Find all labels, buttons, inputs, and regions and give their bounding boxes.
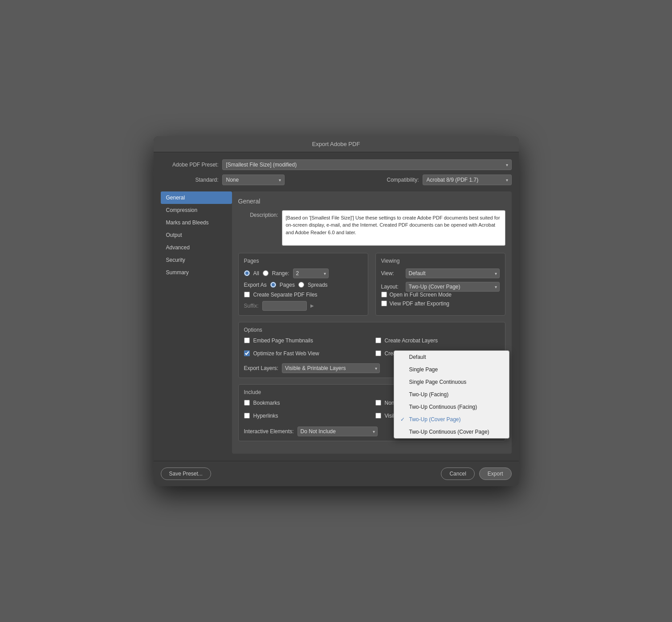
sidebar: General Compression Marks and Bleeds Out…: [161, 191, 232, 454]
sidebar-item-output[interactable]: Output: [161, 229, 232, 241]
all-radio[interactable]: [244, 270, 250, 276]
sidebar-item-advanced[interactable]: Advanced: [161, 241, 232, 254]
sidebar-item-compression[interactable]: Compression: [161, 204, 232, 216]
open-full-screen-row: Open in Full Screen Mode: [381, 292, 500, 298]
range-radio[interactable]: [263, 270, 269, 276]
title-bar: Export Adobe PDF: [154, 136, 519, 152]
view-after-export-checkbox[interactable]: [381, 301, 387, 306]
export-as-label: Export As: [244, 282, 267, 288]
compatibility-group: Compatibility: Acrobat 4 (PDF 1.3) Acrob…: [387, 175, 511, 185]
hyperlinks-checkbox[interactable]: [244, 413, 250, 419]
preset-select-wrapper: [Smallest File Size] (modified): [222, 159, 512, 170]
suffix-input[interactable]: [262, 301, 307, 311]
interactive-elements-label: Interactive Elements:: [244, 428, 294, 435]
standard-group: Standard: None PDF/X-1a:2001 PDF/X-3:200…: [161, 175, 285, 185]
interactive-elements-select[interactable]: Do Not Include Include All: [297, 427, 378, 436]
range-label: Range:: [272, 270, 289, 276]
create-separate-label: Create Separate PDF Files: [253, 292, 318, 298]
preset-label: Adobe PDF Preset:: [161, 162, 219, 168]
embed-thumbnails-row: Embed Page Thumbnails: [244, 337, 368, 344]
dialog-body: Adobe PDF Preset: [Smallest File Size] (…: [154, 152, 519, 461]
description-label: Description:: [238, 210, 278, 246]
dropdown-item-default[interactable]: Default: [394, 351, 509, 363]
compatibility-select[interactable]: Acrobat 4 (PDF 1.3) Acrobat 5 (PDF 1.4) …: [423, 175, 512, 185]
spreads-label: Spreads: [308, 282, 328, 288]
optimize-label: Optimize for Fast Web View: [253, 350, 319, 357]
footer: Save Preset... Cancel Export: [154, 461, 519, 486]
pages-all-range-row: All Range: 1 2 3 All: [244, 268, 362, 278]
create-tagged-checkbox[interactable]: [375, 350, 381, 356]
view-select-wrapper: Default Fit Page Fit Width Fit Height Fi…: [406, 268, 500, 278]
hyperlinks-row: Hyperlinks: [244, 413, 368, 419]
dropdown-item-single-page[interactable]: Single Page: [394, 363, 509, 376]
create-separate-checkbox[interactable]: [244, 292, 250, 297]
preset-row: Adobe PDF Preset: [Smallest File Size] (…: [161, 159, 512, 170]
layout-select[interactable]: Default Single Page Single Page Continuo…: [406, 282, 500, 292]
sidebar-item-summary[interactable]: Summary: [161, 266, 232, 279]
dialog-title: Export Adobe PDF: [312, 141, 360, 147]
view-after-export-label: View PDF after Exporting: [390, 301, 450, 307]
suffix-label: Suffix:: [244, 303, 259, 309]
suffix-arrow-icon: ▶: [310, 303, 314, 308]
full-screen-label: Open in Full Screen Mode: [390, 292, 452, 298]
dropdown-item-two-up-cont-facing[interactable]: Two-Up Continuous (Facing): [394, 401, 509, 413]
pages-radio[interactable]: [270, 282, 276, 288]
description-row: Description: [Based on '[Smallest File S…: [238, 210, 505, 246]
content-area: General Description: [Based on '[Smalles…: [232, 191, 512, 454]
pages-section: Pages All Range: 1 2 3 Al: [238, 253, 368, 316]
view-row: View: Default Fit Page Fit Width Fit Hei…: [381, 268, 500, 278]
all-label: All: [253, 270, 259, 276]
bookmarks-checkbox[interactable]: [244, 400, 250, 406]
export-layers-label: Export Layers:: [244, 365, 278, 371]
sidebar-item-general[interactable]: General: [161, 191, 232, 204]
view-select[interactable]: Default Fit Page Fit Width Fit Height Fi…: [406, 268, 500, 278]
layout-label: Layout:: [381, 284, 406, 290]
view-label: View:: [381, 270, 406, 276]
export-pdf-dialog: Export Adobe PDF Adobe PDF Preset: [Smal…: [154, 136, 519, 486]
dropdown-item-single-continuous[interactable]: Single Page Continuous: [394, 376, 509, 388]
viewing-section-title: Viewing: [381, 258, 500, 264]
spreads-radio[interactable]: [298, 282, 304, 288]
std-compat-row: Standard: None PDF/X-1a:2001 PDF/X-3:200…: [161, 175, 512, 185]
sidebar-item-marks-and-bleeds[interactable]: Marks and Bleeds: [161, 216, 232, 229]
standard-select[interactable]: None PDF/X-1a:2001 PDF/X-3:2002 PDF/X-4:…: [222, 175, 285, 185]
optimize-checkbox[interactable]: [244, 350, 250, 356]
pages-section-title: Pages: [244, 258, 362, 264]
compatibility-select-wrapper: Acrobat 4 (PDF 1.3) Acrobat 5 (PDF 1.4) …: [423, 175, 512, 185]
range-select[interactable]: 1 2 3 All: [293, 268, 329, 278]
create-acrobat-layers-checkbox[interactable]: [375, 337, 381, 343]
cancel-button[interactable]: Cancel: [441, 468, 474, 480]
main-area: General Compression Marks and Bleeds Out…: [161, 191, 512, 454]
export-button[interactable]: Export: [479, 468, 512, 480]
layout-dropdown: Default Single Page Single Page Continuo…: [394, 350, 509, 439]
dropdown-item-two-up-cont-cover[interactable]: Two-Up Continuous (Cover Page): [394, 426, 509, 438]
full-screen-checkbox[interactable]: [381, 292, 387, 297]
standard-label: Standard:: [161, 177, 219, 183]
view-after-export-row: View PDF after Exporting: [381, 301, 500, 307]
export-layers-select-wrapper: Visible & Printable Layers Visible Layer…: [282, 363, 380, 373]
viewing-section: Viewing View: Default Fit Page Fit Width…: [375, 253, 505, 316]
create-acrobat-layers-label: Create Acrobat Layers: [385, 337, 438, 344]
preset-select[interactable]: [Smallest File Size] (modified): [222, 159, 512, 170]
options-section-title: Options: [244, 327, 500, 333]
dropdown-item-two-up-facing[interactable]: Two-Up (Facing): [394, 388, 509, 401]
dropdown-item-two-up-cover[interactable]: ✓ Two-Up (Cover Page): [394, 413, 509, 426]
export-layers-select[interactable]: Visible & Printable Layers Visible Layer…: [282, 363, 380, 373]
save-preset-button[interactable]: Save Preset...: [161, 468, 211, 480]
pages-radio-label: Pages: [280, 282, 295, 288]
visible-guides-checkbox[interactable]: [375, 413, 381, 419]
embed-thumbnails-label: Embed Page Thumbnails: [253, 337, 314, 344]
content-title: General: [238, 198, 505, 205]
embed-thumbnails-checkbox[interactable]: [244, 337, 250, 343]
export-as-row: Export As Pages Spreads: [244, 282, 362, 288]
non-printing-checkbox[interactable]: [375, 400, 381, 406]
create-separate-row: Create Separate PDF Files: [244, 292, 362, 298]
sidebar-item-security[interactable]: Security: [161, 254, 232, 266]
range-select-wrapper: 1 2 3 All: [293, 268, 329, 278]
footer-right: Cancel Export: [441, 468, 511, 480]
suffix-row: Suffix: ▶: [244, 301, 362, 311]
interactive-select-wrapper: Do Not Include Include All: [297, 427, 378, 436]
check-two-up-cover: ✓: [400, 416, 407, 423]
layout-row: Layout: Default Single Page Single Page …: [381, 282, 500, 292]
bookmarks-row: Bookmarks: [244, 400, 368, 406]
